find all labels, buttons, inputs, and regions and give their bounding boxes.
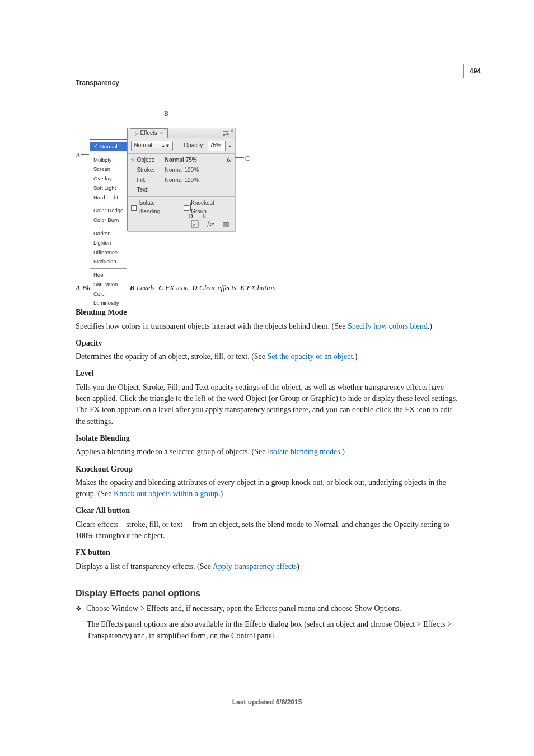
blend-mode-screen[interactable]: Screen [90,165,127,174]
callout-D: D [188,212,193,221]
figure-effects-panel: A B C D E Normal Multiply Screen [76,109,458,277]
blend-mode-dropdown[interactable]: Normal ▲▼ [131,141,172,151]
blend-mode-color-burn[interactable]: Color Burn [90,216,127,225]
bullet-icon: ❖ [76,603,82,614]
blend-mode-menu[interactable]: Normal Multiply Screen Overlay Soft Ligh… [90,139,127,310]
subsection-heading: Display Effects panel options [76,587,458,600]
callout-A: A [76,151,81,160]
definition-term: FX button [76,547,458,558]
definition-link[interactable]: Apply transparency effects [213,562,297,571]
section-title: Transparency [76,78,458,88]
blend-mode-hue[interactable]: Hue [90,270,127,280]
checkbox-icon [184,205,189,211]
blend-mode-value: Normal [134,142,152,150]
definition-term: Knockout Group [76,464,458,475]
fx-button[interactable]: fx▾ [205,220,216,228]
definition-text: Specifies how colors in transparent obje… [76,321,458,332]
blend-mode-soft-light[interactable]: Soft Light [90,183,127,193]
definition-term: Level [76,368,458,379]
level-stroke[interactable]: Stroke: Normal 100% [128,166,235,176]
definition-link[interactable]: Set the opacity of an object [268,352,353,361]
blend-mode-normal[interactable]: Normal [90,142,127,151]
level-object[interactable]: ▽ Object: Normal 75% fx [128,155,235,166]
blend-mode-overlay[interactable]: Overlay [90,174,127,184]
checkbox-icon [131,205,137,211]
disclosure-triangle-icon[interactable]: ▽ [131,157,137,164]
callout-E: E [202,212,206,221]
definition-text: Determines the opacity of an object, str… [76,351,458,362]
callout-C: C [245,154,250,164]
definition-text: Tells you the Object, Stroke, Fill, and … [76,382,458,427]
blend-mode-difference[interactable]: Difference [90,248,127,257]
footer-last-updated: Last updated 6/6/2015 [0,698,534,730]
definition-text: Clears effects—stroke, fill, or text— fr… [76,519,458,542]
definition-text: Displays a list of transparency effects.… [76,561,458,572]
opacity-input[interactable]: 75% [208,141,226,151]
definition-term: Isolate Blending [76,433,458,444]
effect-levels: ▽ Object: Normal 75% fx Stroke: Normal 1… [128,154,235,197]
level-text[interactable]: Text: [128,185,235,195]
blend-mode-lighten[interactable]: Lighten [90,238,127,248]
definition-term: Clear All button [76,505,458,516]
panel-menu-icon[interactable]: ▾≡ [223,133,233,137]
blend-mode-darken[interactable]: Darken [90,229,127,239]
effects-tab[interactable]: ▷ Effects × [130,128,168,138]
blend-mode-color[interactable]: Color [90,289,127,298]
svg-line-1 [193,222,197,226]
page-number: 494 [463,64,481,78]
definition-text: Applies a blending mode to a selected gr… [76,446,458,458]
definition-text: Makes the opacity and blending attribute… [76,477,458,500]
blend-mode-exclusion[interactable]: Exclusion [90,257,127,267]
callout-B: B [164,109,168,119]
fx-icon[interactable]: fx [227,156,231,165]
bullet-text: Choose Window > Effects and, if necessar… [86,603,401,614]
dropdown-arrow-icon: ▲▼ [161,143,170,150]
definition-link[interactable]: Specify how colors blend [348,322,428,330]
close-tab-icon[interactable]: × [160,130,163,137]
definition-link[interactable]: Isolate blending modes [268,447,340,456]
blend-mode-saturation[interactable]: Saturation [90,279,127,289]
trash-icon[interactable] [221,220,231,228]
blend-mode-luminosity[interactable]: Luminosity [90,298,127,308]
effects-panel: ▷ Effects × — × ▾≡ Normal ▲ [127,128,235,231]
effects-tab-label: Effects [140,129,157,138]
collapse-icon: ▷ [135,130,138,137]
opacity-stepper[interactable]: ▸ [229,144,231,147]
level-fill[interactable]: Fill: Normal 100% [128,175,235,185]
blend-mode-color-dodge[interactable]: Color Dodge [90,206,127,216]
definition-term: Opacity [76,338,458,349]
isolate-blending-checkbox[interactable]: Isolate Blending [131,199,178,216]
definition-link[interactable]: Knock out objects within a group [114,489,218,498]
blend-mode-multiply[interactable]: Multiply [90,155,127,165]
subsection-followup: The Effects panel options are also avail… [87,619,458,642]
opacity-label: Opacity: [184,142,204,150]
blend-mode-hard-light[interactable]: Hard Light [90,193,127,202]
